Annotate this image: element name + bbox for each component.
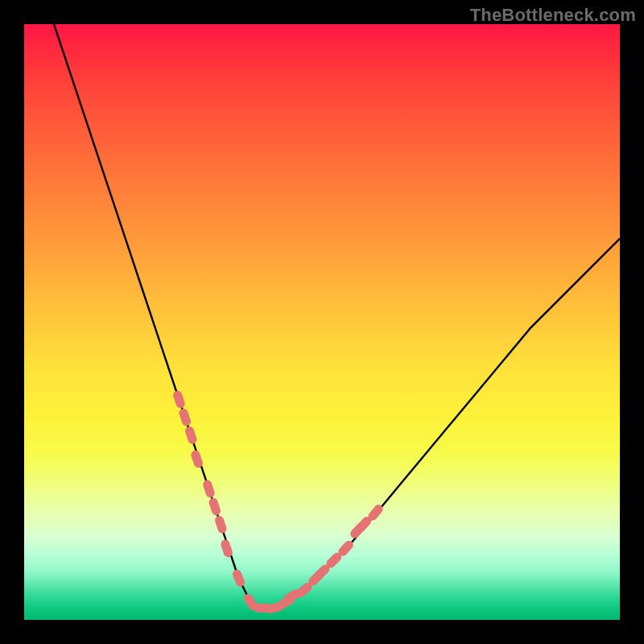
marker-dash bbox=[172, 390, 186, 409]
marker-dash bbox=[214, 514, 228, 534]
marker-dash bbox=[190, 449, 204, 469]
marker-dash bbox=[349, 521, 367, 540]
marker-dash bbox=[231, 568, 246, 588]
marker-dash bbox=[208, 497, 221, 516]
curve-svg bbox=[24, 24, 620, 620]
marker-dash bbox=[178, 407, 192, 427]
marker-dash bbox=[295, 581, 314, 600]
marker-dash bbox=[283, 588, 303, 605]
marker-dash bbox=[307, 569, 325, 588]
plot-area bbox=[24, 24, 620, 620]
marker-dash bbox=[276, 593, 296, 610]
bottleneck-curve bbox=[54, 24, 620, 608]
watermark-text: TheBottleneck.com bbox=[470, 5, 636, 26]
marker-dash bbox=[242, 592, 259, 612]
marker-dash bbox=[336, 539, 355, 558]
marker-dash bbox=[184, 425, 198, 444]
marker-dash bbox=[202, 479, 216, 498]
marker-dash bbox=[220, 539, 233, 558]
marker-dash bbox=[265, 601, 284, 614]
marker-dash bbox=[354, 515, 373, 535]
marker-dash bbox=[254, 604, 271, 613]
marker-dash bbox=[324, 551, 343, 569]
marker-dash bbox=[312, 563, 331, 581]
curve-markers bbox=[172, 390, 385, 614]
marker-dash bbox=[366, 503, 385, 522]
chart-frame: TheBottleneck.com bbox=[0, 0, 644, 644]
